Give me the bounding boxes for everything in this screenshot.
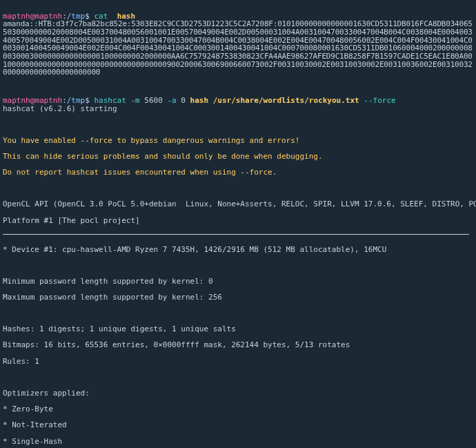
rules-line: Rules: 1 [3, 358, 473, 366]
force-warn-2: This can hide serious problems and shoul… [3, 153, 473, 161]
force-warn-1: You have enabled --force to bypass dange… [3, 137, 473, 145]
opencl-line-b: Platform #1 [The pocl project] [3, 217, 473, 225]
wordlist-path: /usr/share/wordlists/rockyou.txt [213, 96, 359, 105]
divider-bar [3, 234, 469, 235]
start-line: hashcat (v6.2.6) starting [3, 105, 473, 113]
max-len: Maximum password length supported by ker… [3, 293, 473, 302]
bitmaps-line: Bitmaps: 16 bits, 65536 entries, 0×0000f… [3, 341, 473, 349]
hashes-line: Hashes: 1 digests; 1 unique digests, 1 u… [3, 325, 473, 333]
opt-zero-byte: * Zero-Byte [3, 405, 473, 413]
force-warn-3: Do not report hashcat issues encountered… [3, 168, 473, 177]
opt-single-hash: * Single-Hash [3, 438, 473, 446]
terminal-area[interactable]: maptnh@maptnh:/tmp$ cat hash amanda::HTB… [0, 0, 476, 448]
optimizers-header: Optimizers applied: [3, 389, 473, 398]
opencl-line-a: OpenCL API (OpenCL 3.0 PoCL 5.0+debian L… [3, 200, 473, 208]
min-len: Minimum password length supported by ker… [3, 277, 473, 286]
opt-not-iterated: * Not-Iterated [3, 421, 473, 429]
device-line: * Device #1: cpu-haswell-AMD Ryzen 7 743… [3, 246, 473, 254]
hash-dump: amanda::HTB:d3f7c7ba82bc852e:5303E82C9CC… [3, 20, 473, 77]
